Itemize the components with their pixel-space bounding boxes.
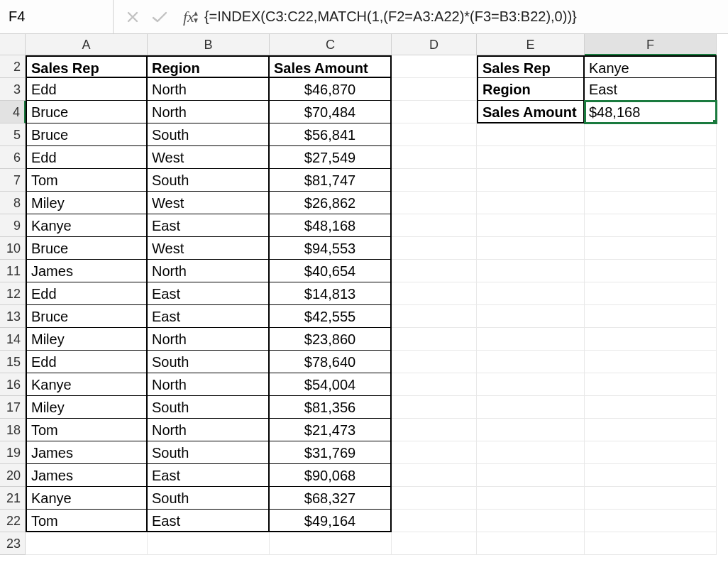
cell-C20[interactable]: $90,068	[270, 464, 392, 487]
cell-E19[interactable]	[477, 441, 585, 464]
cell-D23[interactable]	[392, 532, 477, 555]
cell-E2[interactable]: Sales Rep	[477, 55, 585, 78]
cell-B15[interactable]: South	[148, 351, 270, 373]
cell-A20[interactable]: James	[26, 464, 148, 487]
cell-F20[interactable]	[585, 464, 717, 487]
cell-D13[interactable]	[392, 305, 477, 328]
cell-B19[interactable]: South	[148, 441, 270, 464]
cell-B22[interactable]: East	[148, 510, 270, 532]
cell-A19[interactable]: James	[26, 441, 148, 464]
cell-A16[interactable]: Kanye	[26, 373, 148, 396]
cell-C22[interactable]: $49,164	[270, 510, 392, 532]
cell-B11[interactable]: North	[148, 260, 270, 282]
col-header-D[interactable]: D	[392, 34, 477, 55]
cell-F21[interactable]	[585, 487, 717, 510]
cell-B13[interactable]: East	[148, 305, 270, 328]
cell-C21[interactable]: $68,327	[270, 487, 392, 510]
cell-A13[interactable]: Bruce	[26, 305, 148, 328]
cell-C12[interactable]: $14,813	[270, 282, 392, 305]
cell-D12[interactable]	[392, 282, 477, 305]
cell-D16[interactable]	[392, 373, 477, 396]
fill-handle[interactable]	[712, 119, 717, 123]
cell-C14[interactable]: $23,860	[270, 328, 392, 351]
cell-D11[interactable]	[392, 260, 477, 282]
fx-label[interactable]: fx	[180, 8, 202, 26]
confirm-icon[interactable]	[152, 11, 167, 23]
cell-E8[interactable]	[477, 192, 585, 214]
row-header-21[interactable]: 21	[0, 487, 26, 510]
cell-E6[interactable]	[477, 146, 585, 169]
cell-E18[interactable]	[477, 419, 585, 441]
cell-E17[interactable]	[477, 396, 585, 419]
row-header-17[interactable]: 17	[0, 396, 26, 419]
cell-E15[interactable]	[477, 351, 585, 373]
cell-E20[interactable]	[477, 464, 585, 487]
cell-C11[interactable]: $40,654	[270, 260, 392, 282]
cell-F13[interactable]	[585, 305, 717, 328]
cell-A15[interactable]: Edd	[26, 351, 148, 373]
cell-C8[interactable]: $26,862	[270, 192, 392, 214]
cell-D10[interactable]	[392, 237, 477, 260]
cell-D8[interactable]	[392, 192, 477, 214]
cell-D7[interactable]	[392, 169, 477, 192]
cell-D2[interactable]	[392, 55, 477, 78]
cell-A17[interactable]: Miley	[26, 396, 148, 419]
cell-C17[interactable]: $81,356	[270, 396, 392, 419]
cell-C15[interactable]: $78,640	[270, 351, 392, 373]
cell-F4[interactable]: $48,168	[585, 101, 717, 123]
row-header-12[interactable]: 12	[0, 282, 26, 305]
cell-B8[interactable]: West	[148, 192, 270, 214]
cell-C16[interactable]: $54,004	[270, 373, 392, 396]
row-header-7[interactable]: 7	[0, 169, 26, 192]
cell-B3[interactable]: North	[148, 78, 270, 101]
cell-C3[interactable]: $46,870	[270, 78, 392, 101]
cell-F12[interactable]	[585, 282, 717, 305]
cell-E3[interactable]: Region	[477, 78, 585, 101]
col-header-B[interactable]: B	[148, 34, 270, 55]
cell-B10[interactable]: West	[148, 237, 270, 260]
row-header-5[interactable]: 5	[0, 123, 26, 146]
cell-A9[interactable]: Kanye	[26, 214, 148, 237]
cell-D17[interactable]	[392, 396, 477, 419]
cell-E7[interactable]	[477, 169, 585, 192]
row-header-22[interactable]: 22	[0, 510, 26, 532]
cell-B16[interactable]: North	[148, 373, 270, 396]
cell-A10[interactable]: Bruce	[26, 237, 148, 260]
cell-F3[interactable]: East	[585, 78, 717, 101]
row-header-4[interactable]: 4	[0, 101, 26, 123]
cell-C10[interactable]: $94,553	[270, 237, 392, 260]
row-header-20[interactable]: 20	[0, 464, 26, 487]
cell-B14[interactable]: North	[148, 328, 270, 351]
row-header-23[interactable]: 23	[0, 532, 26, 555]
cancel-icon[interactable]	[126, 11, 139, 23]
cell-D5[interactable]	[392, 123, 477, 146]
cell-B23[interactable]	[148, 532, 270, 555]
cell-A2[interactable]: Sales Rep	[26, 55, 148, 78]
cell-D18[interactable]	[392, 419, 477, 441]
cell-C2[interactable]: Sales Amount	[270, 55, 392, 78]
cell-A8[interactable]: Miley	[26, 192, 148, 214]
select-all-corner[interactable]	[0, 34, 26, 55]
cell-C13[interactable]: $42,555	[270, 305, 392, 328]
cell-F14[interactable]	[585, 328, 717, 351]
row-header-8[interactable]: 8	[0, 192, 26, 214]
row-header-3[interactable]: 3	[0, 78, 26, 101]
row-header-11[interactable]: 11	[0, 260, 26, 282]
cell-F10[interactable]	[585, 237, 717, 260]
cell-D22[interactable]	[392, 510, 477, 532]
cell-F22[interactable]	[585, 510, 717, 532]
cell-A14[interactable]: Miley	[26, 328, 148, 351]
cell-E12[interactable]	[477, 282, 585, 305]
cell-B20[interactable]: East	[148, 464, 270, 487]
cell-A22[interactable]: Tom	[26, 510, 148, 532]
cell-C9[interactable]: $48,168	[270, 214, 392, 237]
cell-F18[interactable]	[585, 419, 717, 441]
cell-D15[interactable]	[392, 351, 477, 373]
cell-F17[interactable]	[585, 396, 717, 419]
cell-B7[interactable]: South	[148, 169, 270, 192]
row-header-13[interactable]: 13	[0, 305, 26, 328]
cell-A7[interactable]: Tom	[26, 169, 148, 192]
cell-C6[interactable]: $27,549	[270, 146, 392, 169]
row-header-9[interactable]: 9	[0, 214, 26, 237]
cell-B2[interactable]: Region	[148, 55, 270, 78]
